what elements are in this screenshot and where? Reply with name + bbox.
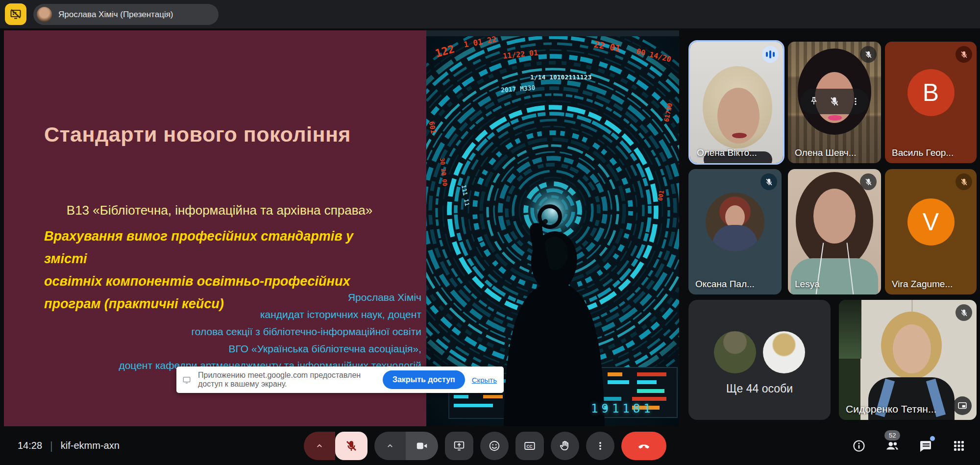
code-digits: 1/14 10102111123 xyxy=(530,73,591,81)
participant-name: Олена Вікто... xyxy=(697,147,757,158)
presentation-off-icon xyxy=(9,7,23,21)
shared-screen-presentation: Стандарти нового покоління В13 «Бібліоте… xyxy=(4,30,679,426)
mic-off-indicator xyxy=(860,46,877,63)
slide-title: Стандарти нового покоління xyxy=(44,122,397,147)
meeting-panels: 52 xyxy=(852,426,966,465)
participant-tile[interactable]: В Василь Геор... xyxy=(885,42,977,163)
camera-control-group xyxy=(374,432,438,460)
overflow-count-label: Ще 44 особи xyxy=(688,382,831,395)
mic-control-group xyxy=(304,432,368,460)
participant-name: Сидоренко Тетян... xyxy=(846,403,936,415)
overflow-tile[interactable]: Ще 44 особи xyxy=(688,300,831,420)
self-view-tile[interactable]: Сидоренко Тетян... xyxy=(839,300,977,420)
participant-tile[interactable]: Олена Вікто... xyxy=(688,40,784,165)
participant-name: Оксана Пал... xyxy=(695,279,755,290)
hide-toast-link[interactable]: Скрыть xyxy=(472,376,497,384)
divider: | xyxy=(50,440,53,452)
screen-share-toast: Приложению meet.google.com предоставлен … xyxy=(176,367,504,393)
meeting-details-button[interactable] xyxy=(852,439,866,453)
slide-section-line: В13 «Бібліотечна, інформаційна та архівн… xyxy=(33,203,406,218)
magnifying-glass-icon xyxy=(539,206,560,227)
reactions-button[interactable] xyxy=(480,432,509,460)
participant-tile[interactable]: Олена Шевч... xyxy=(788,42,881,163)
picture-in-picture-button[interactable] xyxy=(953,396,972,415)
mic-options-chevron[interactable] xyxy=(304,432,335,460)
participant-tile[interactable]: Lesya xyxy=(788,169,881,294)
participant-tile[interactable]: V Vira Zagume... xyxy=(885,169,977,294)
mic-off-indicator xyxy=(956,304,972,321)
mic-off-indicator xyxy=(956,46,972,63)
top-bar: Ярослава Хіміч (Презентація) xyxy=(0,0,980,28)
captions-button[interactable]: CC xyxy=(515,432,544,460)
presenter-chip[interactable]: Ярослава Хіміч (Презентація) xyxy=(33,4,219,25)
camera-options-chevron[interactable] xyxy=(374,432,406,460)
participant-name: Lesya xyxy=(795,279,820,290)
raise-hand-button[interactable] xyxy=(551,432,579,460)
close-access-button[interactable]: Закрыть доступ xyxy=(383,370,465,389)
more-options-button[interactable] xyxy=(586,432,614,460)
mic-off-indicator xyxy=(760,173,777,190)
mic-mute-button[interactable] xyxy=(335,432,368,460)
avatar xyxy=(706,193,764,251)
present-screen-button[interactable] xyxy=(445,432,473,460)
google-meet-window: Ярослава Хіміч (Презентація) Стандарти н… xyxy=(0,0,980,465)
more-options-button[interactable] xyxy=(848,94,863,109)
meeting-info: 14:28 | kif-ekmm-axn xyxy=(18,426,120,465)
participant-name: Василь Геор... xyxy=(892,147,954,158)
call-controls: CC xyxy=(304,432,666,460)
avatar: V xyxy=(907,198,955,245)
stop-presenting-button[interactable] xyxy=(5,3,26,25)
activities-button[interactable] xyxy=(952,439,966,453)
participants-button[interactable]: 52 xyxy=(885,439,900,453)
participant-tile[interactable]: Оксана Пал... xyxy=(688,169,782,294)
screen-share-icon xyxy=(182,375,191,384)
mic-off-indicator xyxy=(956,173,972,190)
overflow-avatars xyxy=(714,331,805,373)
clock: 14:28 xyxy=(18,440,42,451)
camera-button[interactable] xyxy=(406,432,438,460)
avatar xyxy=(763,331,805,373)
slide-author-block: Ярослава Хіміч кандидат історичних наук,… xyxy=(43,289,421,374)
end-call-button[interactable] xyxy=(621,432,666,460)
chat-button[interactable] xyxy=(918,439,933,453)
avatar xyxy=(714,331,756,373)
avatar: В xyxy=(907,69,955,116)
chat-notification-dot xyxy=(930,436,935,441)
speaking-indicator xyxy=(762,46,779,63)
presenter-avatar xyxy=(37,7,52,22)
control-bar: 14:28 | kif-ekmm-axn xyxy=(0,426,980,465)
toast-message: Приложению meet.google.com предоставлен … xyxy=(198,371,376,389)
pin-button[interactable] xyxy=(807,94,821,109)
participant-name: Vira Zagume... xyxy=(892,279,953,290)
code-digits-bottom: 191181 xyxy=(591,402,654,416)
tile-hover-controls xyxy=(800,89,869,114)
participant-count-badge: 52 xyxy=(884,430,900,441)
participant-name: Олена Шевч... xyxy=(795,147,857,158)
meeting-code: kif-ekmm-axn xyxy=(61,440,120,451)
presenter-name: Ярослава Хіміч (Презентація) xyxy=(58,10,173,20)
mute-button[interactable] xyxy=(827,94,842,109)
svg-text:CC: CC xyxy=(527,444,533,449)
mic-off-indicator xyxy=(860,173,877,190)
